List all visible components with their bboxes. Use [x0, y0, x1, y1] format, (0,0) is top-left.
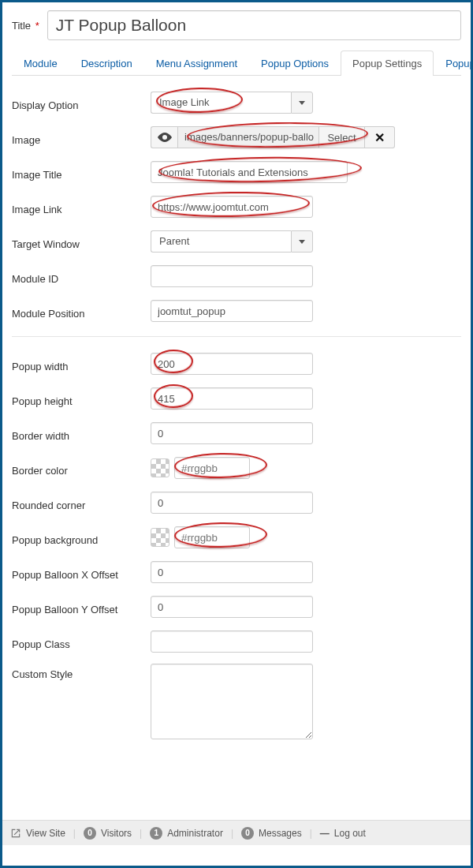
- label-target-window: Target Window: [12, 234, 151, 250]
- image-link-input[interactable]: [151, 196, 313, 218]
- tab-bar: Module Description Menu Assignment Popup…: [12, 50, 461, 76]
- label-popup-class: Popup Class: [12, 634, 151, 650]
- popup-width-input[interactable]: [151, 353, 313, 375]
- media-clear-button[interactable]: ✕: [365, 126, 395, 148]
- label-border-width: Border width: [12, 425, 151, 442]
- rounded-corner-input[interactable]: [151, 492, 313, 514]
- tab-description[interactable]: Description: [69, 51, 144, 76]
- label-display-option: Display Option: [12, 95, 151, 111]
- title-label: Title *: [12, 20, 39, 32]
- popup-background-input[interactable]: [174, 526, 250, 548]
- tab-popup-settings[interactable]: Popup Settings: [341, 51, 434, 76]
- popup-height-input[interactable]: [151, 387, 313, 410]
- chevron-down-icon[interactable]: [291, 230, 313, 253]
- admin-count-badge: 1: [150, 827, 162, 840]
- label-popup-width: Popup width: [12, 356, 151, 372]
- media-eye-icon[interactable]: [151, 126, 177, 148]
- label-x-offset: Popup Balloon X Offset: [12, 564, 151, 581]
- custom-style-textarea[interactable]: [151, 664, 313, 739]
- visitor-count-badge: 0: [84, 827, 96, 840]
- border-width-input[interactable]: [151, 422, 313, 444]
- label-image-link: Image Link: [12, 199, 151, 215]
- image-title-input[interactable]: [151, 161, 348, 183]
- external-icon: [10, 828, 21, 839]
- minus-icon: —: [320, 828, 330, 839]
- tab-popup-cutoff[interactable]: Popup: [434, 51, 471, 76]
- label-border-color: Border color: [12, 460, 151, 477]
- x-offset-input[interactable]: [151, 561, 313, 583]
- chevron-down-icon[interactable]: [291, 92, 313, 114]
- divider: [12, 336, 461, 337]
- close-icon: ✕: [374, 130, 385, 145]
- status-bar: View Site | 0 Visitors | 1 Administrator…: [2, 820, 471, 845]
- label-module-position: Module Position: [12, 303, 151, 320]
- border-color-input[interactable]: [174, 457, 250, 479]
- eye-icon: [158, 133, 172, 142]
- tab-module[interactable]: Module: [12, 51, 69, 76]
- y-offset-input[interactable]: [151, 596, 313, 618]
- label-image-title: Image Title: [12, 164, 151, 181]
- media-select-button[interactable]: Select: [319, 126, 365, 148]
- label-popup-height: Popup height: [12, 391, 151, 407]
- label-module-id: Module ID: [12, 268, 151, 285]
- title-input[interactable]: [47, 10, 461, 40]
- tab-popup-options[interactable]: Popup Options: [249, 51, 341, 76]
- border-color-swatch[interactable]: [151, 458, 169, 477]
- popup-background-swatch[interactable]: [151, 528, 169, 547]
- label-y-offset: Popup Balloon Y Offset: [12, 599, 151, 615]
- status-messages[interactable]: 0 Messages: [241, 827, 302, 840]
- media-path: images/banners/popup-ballo: [177, 126, 319, 148]
- message-count-badge: 0: [241, 827, 254, 840]
- tab-menu-assignment[interactable]: Menu Assignment: [144, 51, 249, 76]
- label-popup-background: Popup background: [12, 529, 151, 546]
- popup-class-input[interactable]: [151, 630, 313, 653]
- label-rounded-corner: Rounded corner: [12, 495, 151, 511]
- status-view-site[interactable]: View Site: [10, 828, 65, 839]
- target-window-select[interactable]: Parent: [151, 230, 313, 253]
- status-visitors[interactable]: 0 Visitors: [84, 827, 132, 840]
- status-logout[interactable]: — Log out: [320, 828, 366, 839]
- label-image: Image: [12, 129, 151, 146]
- status-admins[interactable]: 1 Administrator: [150, 827, 223, 840]
- module-position-input[interactable]: [151, 300, 313, 322]
- display-option-select[interactable]: Image Link: [151, 92, 313, 114]
- module-id-input[interactable]: [151, 265, 313, 287]
- label-custom-style: Custom Style: [12, 664, 151, 680]
